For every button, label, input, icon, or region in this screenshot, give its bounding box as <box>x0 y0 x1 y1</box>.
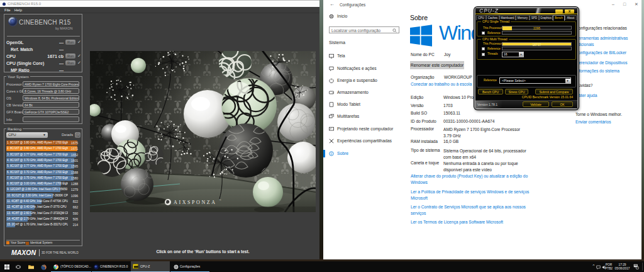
svg-text:AIXSPONZA: AIXSPONZA <box>174 200 217 205</box>
svg-text:®: ® <box>219 199 221 201</box>
